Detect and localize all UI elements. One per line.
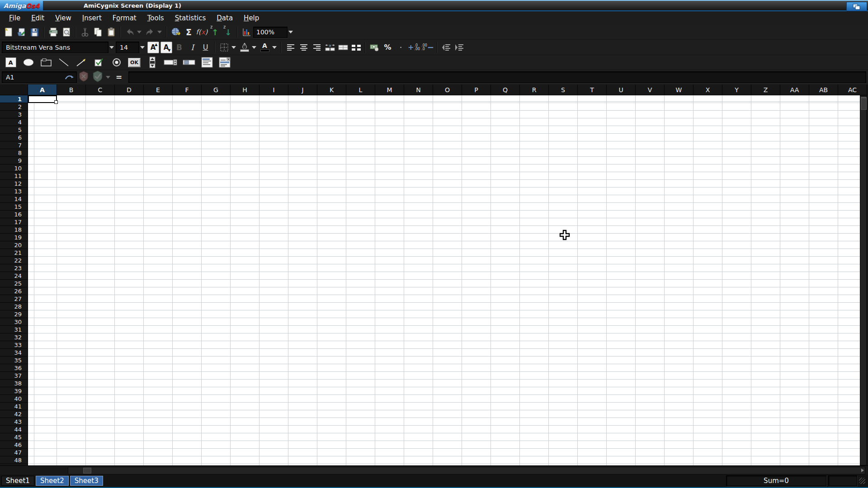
column-header-R[interactable]: R <box>520 84 549 95</box>
accept-edit-button[interactable] <box>92 70 103 84</box>
column-header-N[interactable]: N <box>404 84 433 95</box>
row-header-26[interactable]: 26 <box>0 287 28 295</box>
merge-cells-button[interactable] <box>337 41 349 53</box>
row-header-11[interactable]: 11 <box>0 172 28 180</box>
row-header-31[interactable]: 31 <box>0 326 28 333</box>
open-button[interactable] <box>15 26 28 38</box>
row-header-47[interactable]: 47 <box>0 449 28 456</box>
row-header-22[interactable]: 22 <box>0 257 28 264</box>
column-header-Q[interactable]: Q <box>491 84 520 95</box>
thousands-separator-button[interactable]: · <box>395 41 407 53</box>
align-left-button[interactable] <box>284 41 297 53</box>
menu-file[interactable]: File <box>4 13 26 23</box>
column-header-D[interactable]: D <box>115 84 144 95</box>
row-header-7[interactable]: 7 <box>0 141 28 149</box>
column-header-H[interactable]: H <box>231 84 259 95</box>
column-header-U[interactable]: U <box>607 84 636 95</box>
column-header-F[interactable]: F <box>173 84 202 95</box>
insert-line-button[interactable] <box>57 56 70 69</box>
insert-button-button[interactable]: OK <box>128 56 141 69</box>
column-header-X[interactable]: X <box>693 84 722 95</box>
font-color-button[interactable]: A <box>259 41 271 53</box>
font-name-dropdown[interactable] <box>108 41 115 53</box>
formula-entry-field[interactable] <box>128 71 866 83</box>
row-header-39[interactable]: 39 <box>0 387 28 395</box>
title-bar[interactable]: AmigaOs4 AmiCygnix Screen (Display 1) <box>0 0 868 11</box>
row-header-30[interactable]: 30 <box>0 318 28 326</box>
column-header-E[interactable]: E <box>144 84 173 95</box>
vertical-scrollbar[interactable] <box>860 95 867 465</box>
row-header-12[interactable]: 12 <box>0 180 28 188</box>
scroll-right-arrow-icon[interactable] <box>861 469 864 472</box>
split-cells-button[interactable] <box>350 41 362 53</box>
row-header-21[interactable]: 21 <box>0 249 28 257</box>
cancel-edit-button[interactable] <box>79 71 89 84</box>
increase-decimals-button[interactable]: + .0.00 <box>408 41 420 53</box>
undo-dropdown[interactable] <box>136 26 142 38</box>
cut-button[interactable] <box>79 26 91 38</box>
edit-function-button[interactable]: f(x) <box>196 26 208 38</box>
row-header-33[interactable]: 33 <box>0 341 28 349</box>
column-header-G[interactable]: G <box>202 84 231 95</box>
bold-button[interactable]: B <box>173 41 185 53</box>
insert-slider-button[interactable] <box>183 56 195 69</box>
column-header-Y[interactable]: Y <box>722 84 751 95</box>
row-header-15[interactable]: 15 <box>0 203 28 211</box>
font-name-input[interactable]: Bitstream Vera Sans <box>2 42 108 53</box>
decrease-decimals-button[interactable]: .00.0 − <box>421 41 434 53</box>
increase-indent-button[interactable] <box>453 41 466 53</box>
column-header-P[interactable]: P <box>462 84 491 95</box>
borders-dropdown[interactable] <box>231 41 237 53</box>
borders-button[interactable] <box>218 41 230 53</box>
new-document-button[interactable] <box>2 26 14 38</box>
menu-insert[interactable]: Insert <box>77 13 107 23</box>
row-header-42[interactable]: 42 <box>0 410 28 418</box>
row-header-32[interactable]: 32 <box>0 333 28 341</box>
vertical-scrollbar-thumb[interactable] <box>861 97 867 110</box>
decrease-indent-button[interactable] <box>440 41 453 53</box>
row-header-17[interactable]: 17 <box>0 218 28 226</box>
row-header-40[interactable]: 40 <box>0 395 28 403</box>
redo-button[interactable] <box>144 26 156 38</box>
zoom-dropdown[interactable] <box>288 26 294 38</box>
row-header-18[interactable]: 18 <box>0 226 28 234</box>
row-header-3[interactable]: 3 <box>0 111 28 118</box>
sheet-tab-sheet1[interactable]: Sheet1 <box>1 476 34 486</box>
menu-statistics[interactable]: Statistics <box>170 13 212 23</box>
row-header-28[interactable]: 28 <box>0 303 28 310</box>
row-header-46[interactable]: 46 <box>0 441 28 449</box>
horizontal-scrollbar[interactable] <box>68 467 865 474</box>
insert-combobox-button[interactable] <box>218 56 231 69</box>
select-all-corner[interactable] <box>0 84 28 95</box>
insert-spinbutton-button[interactable] <box>146 56 158 69</box>
resize-grip-icon[interactable] <box>859 478 865 484</box>
selected-cell-a1[interactable] <box>28 95 57 103</box>
column-header-M[interactable]: M <box>375 84 404 95</box>
row-header-6[interactable]: 6 <box>0 134 28 141</box>
underline-button[interactable]: U <box>199 41 212 53</box>
row-header-5[interactable]: 5 <box>0 126 28 134</box>
cell-name-box[interactable]: A1 <box>2 71 77 83</box>
row-header-25[interactable]: 25 <box>0 280 28 287</box>
column-header-J[interactable]: J <box>288 84 317 95</box>
horizontal-scrollbar-thumb[interactable] <box>83 468 91 474</box>
insert-list-button[interactable] <box>201 56 213 69</box>
increase-font-button[interactable]: A▲ <box>147 41 159 53</box>
sort-ascending-button[interactable]: z↑ <box>209 26 221 38</box>
insert-frame-button[interactable] <box>40 56 52 69</box>
menu-edit[interactable]: Edit <box>26 13 50 23</box>
row-header-27[interactable]: 27 <box>0 295 28 303</box>
column-header-A[interactable]: A <box>28 84 57 95</box>
align-center-button[interactable] <box>297 41 310 53</box>
align-right-button[interactable] <box>311 41 323 53</box>
column-header-K[interactable]: K <box>317 84 346 95</box>
enter-formula-button[interactable]: = <box>116 73 122 82</box>
insert-checkbox-button[interactable] <box>93 56 105 69</box>
column-header-O[interactable]: O <box>433 84 462 95</box>
save-button[interactable] <box>28 26 41 38</box>
menu-help[interactable]: Help <box>238 13 264 23</box>
font-size-input[interactable]: 14 <box>116 42 139 53</box>
column-header-Z[interactable]: Z <box>751 84 780 95</box>
row-header-45[interactable]: 45 <box>0 433 28 441</box>
insert-scrollbar-button[interactable] <box>164 56 177 69</box>
